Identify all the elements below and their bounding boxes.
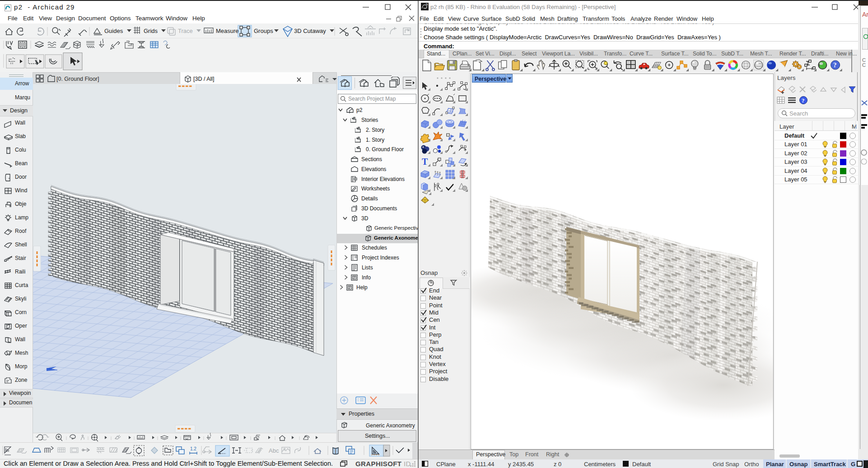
svg-text:1.2: 1.2 [190,446,196,451]
svg-text:Abc: Abc [269,447,279,454]
svg-text:8: 8 [426,4,428,6]
svg-text:T: T [422,157,428,167]
svg-text:?: ? [833,61,837,69]
svg-text:?: ? [802,97,805,104]
